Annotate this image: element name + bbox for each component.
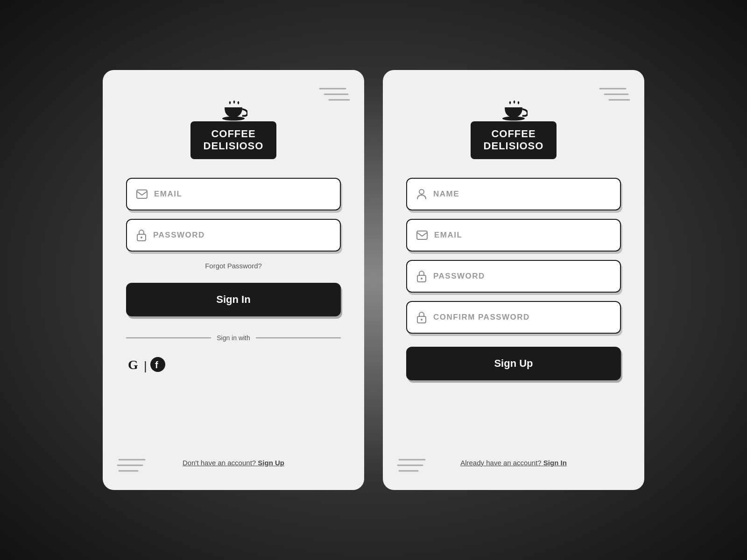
social-separator: | xyxy=(144,359,147,373)
signup-card: COFFEE DELISIOSO xyxy=(383,70,644,490)
email-input[interactable] xyxy=(154,189,331,199)
signup-logo-line2: DELISIOSO xyxy=(484,140,544,152)
password-lock-icon xyxy=(136,229,147,241)
svg-text:G: G xyxy=(128,357,138,372)
signin-button[interactable]: Sign In xyxy=(126,283,341,316)
logo-line2: DELISIOSO xyxy=(204,140,264,152)
signup-coffee-cup-icon xyxy=(500,98,528,124)
signin-bottom-action[interactable]: Sign Up xyxy=(258,459,284,467)
email-icon xyxy=(136,189,148,199)
password-input[interactable] xyxy=(153,231,331,240)
google-button[interactable]: G xyxy=(126,357,141,375)
signup-email-input[interactable] xyxy=(434,231,611,240)
signup-form: Sign Up xyxy=(406,178,621,380)
logo-line1: COFFEE xyxy=(204,128,264,140)
confirm-password-input-wrapper xyxy=(406,301,621,334)
divider-label: Sign in with xyxy=(217,334,250,342)
signup-password-input-wrapper xyxy=(406,260,621,293)
corner-decoration-bl-signup xyxy=(397,455,430,476)
signin-bottom-link[interactable]: Don't have an account? Sign Up xyxy=(183,440,284,467)
confirm-password-lock-icon xyxy=(416,311,427,323)
signup-logo-box: COFFEE DELISIOSO xyxy=(471,121,557,159)
forgot-password-link[interactable]: Forgot Password? xyxy=(126,262,341,270)
svg-point-17 xyxy=(419,189,424,194)
confirm-password-input[interactable] xyxy=(433,313,611,322)
signin-form: Forgot Password? Sign In Sign in with G … xyxy=(126,178,341,376)
coffee-cup-icon xyxy=(219,98,247,124)
divider-row: Sign in with xyxy=(126,334,341,342)
svg-rect-4 xyxy=(137,190,147,198)
svg-point-6 xyxy=(141,237,142,238)
divider-left xyxy=(126,337,211,338)
signin-bottom-text: Don't have an account? xyxy=(183,459,256,467)
svg-point-20 xyxy=(421,278,423,280)
svg-rect-18 xyxy=(417,231,427,239)
svg-point-22 xyxy=(421,319,423,321)
signup-email-icon xyxy=(416,231,428,240)
divider-right xyxy=(256,337,341,338)
svg-point-16 xyxy=(502,117,525,121)
svg-text:f: f xyxy=(155,360,158,370)
logo-box: COFFEE DELISIOSO xyxy=(190,121,277,159)
logo-container: COFFEE DELISIOSO xyxy=(190,98,277,159)
signup-password-lock-icon xyxy=(416,270,427,282)
signup-bottom-action[interactable]: Sign In xyxy=(543,459,567,467)
social-icons-row: G | f xyxy=(126,357,341,376)
signup-button[interactable]: Sign Up xyxy=(406,347,621,380)
signup-logo-container: COFFEE DELISIOSO xyxy=(471,98,557,159)
name-icon xyxy=(416,189,427,200)
signup-logo-line1: COFFEE xyxy=(484,128,544,140)
signin-card: COFFEE DELISIOSO For xyxy=(103,70,364,490)
email-input-wrapper xyxy=(126,178,341,210)
name-input[interactable] xyxy=(433,189,611,199)
name-input-wrapper xyxy=(406,178,621,210)
signup-password-input[interactable] xyxy=(433,272,611,281)
svg-point-3 xyxy=(222,117,245,121)
password-input-wrapper xyxy=(126,219,341,252)
signup-bottom-text: Already have an account? xyxy=(460,459,541,467)
corner-decoration-bl xyxy=(117,455,149,476)
corner-decoration-tr-signup xyxy=(598,84,630,105)
signup-bottom-link[interactable]: Already have an account? Sign In xyxy=(460,440,567,467)
corner-decoration-tr xyxy=(317,84,350,105)
facebook-button[interactable]: f xyxy=(150,357,166,376)
signup-email-input-wrapper xyxy=(406,219,621,252)
